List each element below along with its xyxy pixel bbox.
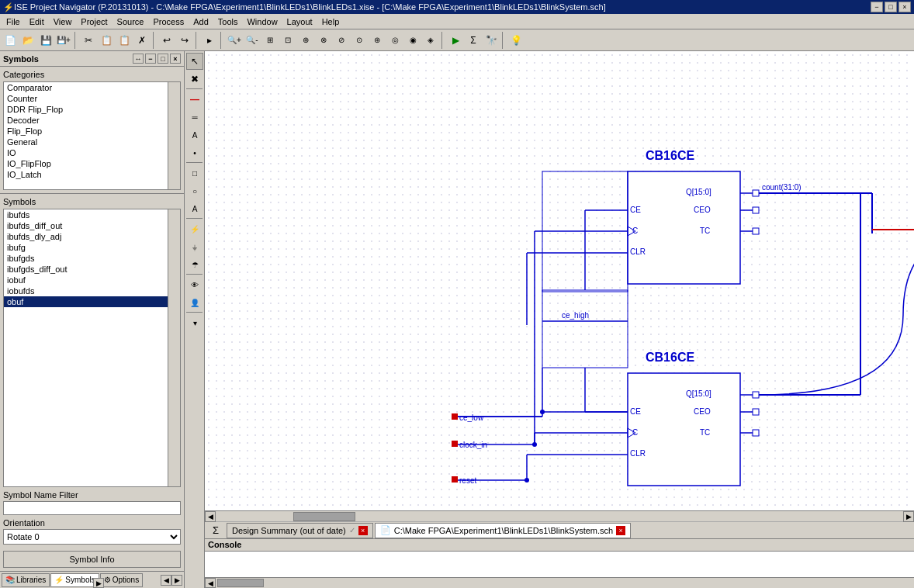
zoom-r8[interactable]: ◈ [422, 32, 439, 49]
delete-button[interactable]: ✗ [133, 32, 151, 49]
zoom-r5[interactable]: ⊛ [369, 32, 386, 49]
zoom-r3[interactable]: ⊘ [333, 32, 350, 49]
zoom-fit-button[interactable]: ⊞ [261, 32, 279, 49]
orientation-select[interactable]: Rotate 0 Rotate 90 Rotate 180 Rotate 270 [3, 529, 181, 545]
save-all-button[interactable]: 💾+ [55, 32, 72, 49]
select-tool-button[interactable]: ↖ [186, 53, 203, 70]
scroll-thumb-h[interactable] [293, 512, 355, 521]
vcc-button[interactable]: ☂ [186, 256, 203, 273]
more-button[interactable]: ▸ [201, 32, 218, 49]
cross-tool-button[interactable]: ✖ [186, 71, 203, 88]
design-summary-close-button[interactable]: × [358, 526, 368, 535]
zoom-in-button[interactable]: 🔍+ [226, 32, 243, 49]
symbols-list[interactable]: ibufds ibufds_diff_out ibufds_dly_adj ib… [3, 209, 181, 487]
category-counter[interactable]: Counter [4, 93, 180, 104]
blinksystem-close-button[interactable]: × [616, 526, 625, 535]
zoom-r2[interactable]: ⊗ [315, 32, 332, 49]
zoom-r1[interactable]: ⊕ [297, 32, 314, 49]
menu-help[interactable]: Help [317, 15, 344, 29]
scroll-right-button[interactable]: ▶ [903, 511, 914, 522]
stop-button[interactable]: Σ [465, 32, 482, 49]
menu-source[interactable]: Source [113, 15, 149, 29]
symbol-filter-input[interactable] [3, 501, 181, 515]
run-button[interactable]: ▶ [447, 32, 464, 49]
schematic-canvas-area[interactable]: CB16CE CE C CLR Q[15:0] [205, 51, 914, 510]
probe-button[interactable]: 👁 [186, 276, 203, 293]
redo-button[interactable]: ↪ [176, 32, 193, 49]
minimize-button[interactable]: − [871, 2, 883, 12]
bottom-scroll-thumb[interactable] [217, 579, 264, 587]
file-tab-design-summary[interactable]: Design Summary (out of date) ✓ × [227, 523, 373, 538]
category-io-latch[interactable]: IO_Latch [4, 169, 180, 180]
console-content[interactable] [205, 552, 914, 578]
tab-symbols[interactable]: ⚡ Symbols [50, 573, 99, 587]
netname-button[interactable]: A [186, 126, 203, 144]
menu-layout[interactable]: Layout [282, 15, 317, 29]
symbol-ibufds-dly-adj[interactable]: ibufds_dly_adj [4, 231, 180, 242]
debug-button[interactable]: 🔭 [483, 32, 500, 49]
symbol-ibufgds-diff-out[interactable]: ibufgds_diff_out [4, 264, 180, 275]
category-flip-flop[interactable]: Flip_Flop [4, 126, 180, 137]
scroll-left-button[interactable]: ◀ [205, 511, 216, 522]
menu-file[interactable]: File [2, 15, 25, 29]
junction-button[interactable]: • [186, 144, 203, 161]
gnd-button[interactable]: ⏚ [186, 238, 203, 255]
panel-minimize-button[interactable]: − [145, 54, 156, 64]
hier-button[interactable]: 👤 [186, 294, 203, 311]
zoom-r7[interactable]: ◉ [404, 32, 421, 49]
categories-list[interactable]: Comparator Counter DDR Flip_Flop Decoder… [3, 81, 181, 190]
cut-button[interactable]: ✂ [80, 32, 97, 49]
zoom-r6[interactable]: ◎ [386, 32, 403, 49]
wire-button[interactable]: — [186, 91, 203, 108]
undo-button[interactable]: ↩ [158, 32, 175, 49]
horizontal-scrollbar[interactable]: ◀ ▶ [205, 510, 914, 521]
category-io-flipflop[interactable]: IO_FlipFlop [4, 158, 180, 169]
symbol-info-button[interactable]: Symbol Info [3, 551, 181, 568]
category-comparator[interactable]: Comparator [4, 82, 180, 93]
category-ddr-flip-flop[interactable]: DDR Flip_Flop [4, 104, 180, 115]
bottom-horizontal-scroll[interactable]: ◀ ▶ [205, 577, 914, 588]
bus-button[interactable]: ═ [186, 109, 203, 126]
menu-window[interactable]: Window [242, 15, 282, 29]
nav-next-button[interactable]: ▶ [171, 575, 182, 586]
menu-project[interactable]: Project [76, 15, 112, 29]
tab-options[interactable]: ⚙ Options [100, 573, 143, 587]
symbol-iobuf[interactable]: iobuf [4, 275, 180, 285]
menu-edit[interactable]: Edit [25, 15, 49, 29]
maximize-button[interactable]: □ [885, 2, 897, 12]
symbol-ibufds[interactable]: ibufds [4, 209, 180, 220]
bottom-scroll-left[interactable]: ◀ [205, 578, 216, 588]
panel-close-button[interactable]: × [170, 54, 181, 64]
symbol-obuf[interactable]: obuf [4, 296, 180, 307]
symbol-ibufds-diff-out[interactable]: ibufds_diff_out [4, 220, 180, 231]
text-button[interactable]: A [186, 200, 203, 217]
close-button[interactable]: × [898, 2, 911, 12]
menu-add[interactable]: Add [189, 15, 213, 29]
file-tab-blinksystem[interactable]: 📄 C:\Make FPGA\Experiment1\BlinkLEDs1\Bl… [375, 523, 631, 538]
port-button[interactable]: ⚡ [186, 220, 203, 237]
panel-resize-button[interactable]: ↔ [133, 54, 144, 64]
menu-process[interactable]: Process [148, 15, 189, 29]
symbol-ibufgds[interactable]: ibufgds [4, 253, 180, 264]
panel-maximize-button[interactable]: □ [158, 54, 168, 64]
category-io[interactable]: IO [4, 147, 180, 158]
paste-button[interactable]: 📋 [116, 32, 133, 49]
new-button[interactable]: 📄 [2, 32, 19, 49]
menu-tools[interactable]: Tools [213, 15, 243, 29]
zoom-r4[interactable]: ⊙ [351, 32, 368, 49]
save-button[interactable]: 💾 [37, 32, 54, 49]
symbol-iobufds[interactable]: iobufds [4, 285, 180, 296]
zoom-out-button[interactable]: 🔍- [244, 32, 261, 49]
tab-libraries[interactable]: 📚 Libraries [2, 573, 50, 587]
expand-button[interactable]: ▾ [186, 314, 203, 331]
help-btn[interactable]: 💡 [507, 32, 525, 49]
category-general[interactable]: General [4, 137, 180, 147]
open-button[interactable]: 📂 [19, 32, 36, 49]
zoom-sel-button[interactable]: ⊡ [279, 32, 296, 49]
rect-button[interactable]: □ [186, 164, 203, 182]
symbol-ibufg[interactable]: ibufg [4, 242, 180, 253]
nav-prev-button[interactable]: ◀ [161, 575, 171, 586]
category-decoder[interactable]: Decoder [4, 115, 180, 126]
menu-view[interactable]: View [49, 15, 77, 29]
copy-button[interactable]: 📋 [98, 32, 115, 49]
